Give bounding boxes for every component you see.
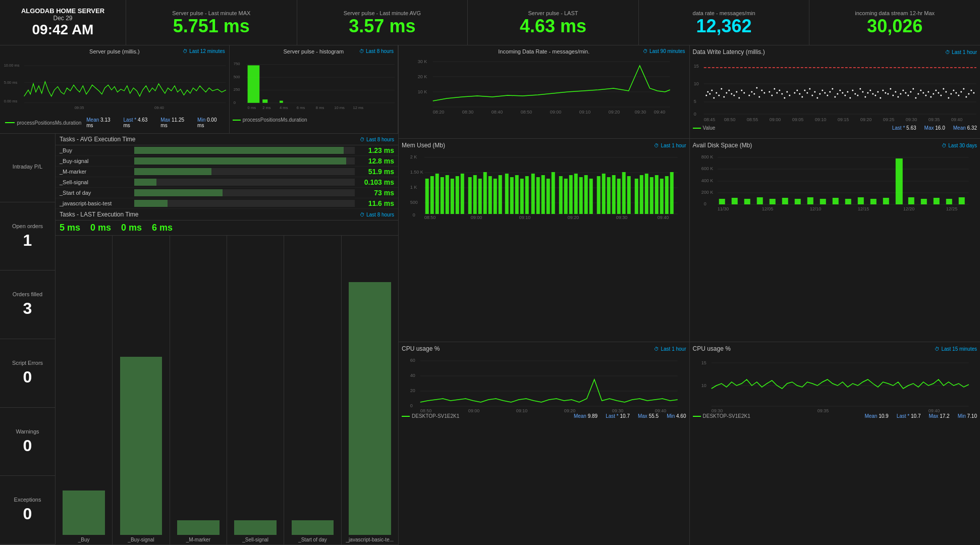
svg-point-117 <box>849 97 851 99</box>
task-bar-container <box>134 147 355 154</box>
svg-text:10: 10 <box>701 383 706 388</box>
task-name: _javascript-basic-test <box>60 200 130 206</box>
task-bar-chart-item: _Buy-signal <box>113 236 170 544</box>
task-bar <box>134 189 223 196</box>
svg-text:20 K: 20 K <box>418 74 427 79</box>
server-date: Dec 29 <box>53 15 72 22</box>
svg-rect-200 <box>515 175 519 214</box>
svg-point-79 <box>748 95 750 96</box>
svg-point-76 <box>738 97 740 99</box>
svg-rect-264 <box>769 199 775 204</box>
svg-point-78 <box>743 92 745 94</box>
svg-rect-276 <box>920 199 927 204</box>
svg-rect-205 <box>541 175 545 214</box>
task-bar-vert <box>234 520 276 535</box>
svg-point-121 <box>859 88 861 90</box>
svg-rect-195 <box>488 176 492 214</box>
svg-point-141 <box>910 91 911 93</box>
last-val-1: 5 ms <box>60 223 80 233</box>
task-bar-container <box>134 179 355 186</box>
svg-point-107 <box>824 92 826 94</box>
svg-rect-219 <box>617 179 621 214</box>
svg-text:09:00: 09:00 <box>769 117 781 122</box>
svg-point-70 <box>723 96 725 98</box>
task-value: 0.103 ms <box>359 178 394 186</box>
svg-point-116 <box>847 91 848 93</box>
svg-rect-203 <box>531 174 535 214</box>
svg-point-98 <box>801 96 803 98</box>
svg-text:0: 0 <box>410 403 413 408</box>
cpu-r-last: Last * 10.7 <box>897 413 921 419</box>
svg-rect-268 <box>820 199 826 204</box>
task-name: _Sell-signal <box>60 179 130 185</box>
left-panel: Server pulse (millis.) ⏱ Last 12 minutes… <box>0 45 399 545</box>
task-bar <box>134 168 211 175</box>
pulse-avg-label: Server pulse - Last minute AVG <box>344 10 421 16</box>
svg-point-156 <box>948 97 949 99</box>
svg-rect-273 <box>883 198 889 204</box>
svg-point-63 <box>707 91 709 93</box>
histogram-chart: 750 500 250 0 0 ms 2 ms 4 ms 6 ms 8 ms 1… <box>233 56 395 116</box>
svg-point-164 <box>968 93 969 95</box>
svg-text:09:10: 09:10 <box>814 117 826 122</box>
last-stat-l: Last * 5.63 <box>892 125 916 131</box>
svg-rect-189 <box>456 176 459 214</box>
svg-point-95 <box>794 92 795 94</box>
task-bar-charts-row: _Buy _Buy-signal _M-marker _Sell-signal … <box>56 235 398 544</box>
svg-point-81 <box>753 93 755 95</box>
chart-row-top: Server pulse (millis.) ⏱ Last 12 minutes… <box>0 45 398 134</box>
svg-point-154 <box>943 88 944 90</box>
svg-text:400 K: 400 K <box>701 178 713 183</box>
svg-text:09:35: 09:35 <box>817 408 829 412</box>
svg-text:2 ms: 2 ms <box>262 105 271 110</box>
task-bar-container <box>134 157 355 165</box>
cpu-left-stats: Mean 9.89 Last * 10.7 Max 55.5 Min 4.60 <box>574 413 686 419</box>
svg-text:2 K: 2 K <box>410 154 417 159</box>
svg-point-109 <box>829 91 831 93</box>
svg-point-69 <box>721 88 722 90</box>
svg-text:250: 250 <box>233 87 240 92</box>
tasks-panel: Tasks - AVG Execution Time ⏱ Last 8 hour… <box>56 134 398 544</box>
task-row: _javascript-basic-test 11.6 ms <box>56 198 398 209</box>
svg-point-102 <box>811 95 813 96</box>
incoming-data-chart: 30 K 20 K 10 K 08:20 08:30 08:40 08:50 0… <box>402 56 686 116</box>
svg-point-114 <box>842 92 843 94</box>
svg-rect-208 <box>559 176 563 214</box>
svg-text:40: 40 <box>410 373 415 378</box>
mem-chart: 2 K 1.50 K 1 K 500 0 08:50 09:00 09:10 <box>402 151 686 219</box>
exceptions-label: Exceptions <box>14 497 41 503</box>
task-bar-vert-container <box>229 238 282 535</box>
svg-rect-278 <box>946 199 952 204</box>
task-bar-container <box>134 189 355 196</box>
svg-text:09:25: 09:25 <box>883 117 894 122</box>
svg-rect-220 <box>622 172 626 214</box>
svg-point-123 <box>864 96 866 98</box>
server-pulse-stats: processPositionsMs.duration Mean 3.13 ms… <box>3 117 226 128</box>
task-row: _M-marker 51.9 ms <box>56 167 398 177</box>
svg-point-108 <box>827 95 828 96</box>
svg-point-62 <box>705 95 707 96</box>
svg-text:09:40: 09:40 <box>928 408 940 412</box>
svg-text:09:15: 09:15 <box>837 117 849 122</box>
tasks-avg-badge: ⏱ Last 8 hours <box>360 137 394 142</box>
server-pulse-chart: 10.00 ms 5.00 ms 0.00 ms 09:35 09:40 <box>3 56 226 116</box>
svg-text:12/20: 12/20 <box>903 206 914 211</box>
svg-text:09:40: 09:40 <box>658 215 669 219</box>
svg-point-124 <box>867 92 868 94</box>
svg-text:08:50: 08:50 <box>420 408 432 412</box>
clock-icon: ⏱ <box>183 48 188 54</box>
tasks-last-title: Tasks - LAST Execution Time <box>60 211 139 218</box>
latency-panel: Data Write Latency (millis.) ⏱ Last 1 ho… <box>690 45 981 139</box>
cpu-right-chart: 15 10 09:30 09:35 09:40 <box>693 354 977 412</box>
task-bar-container <box>134 200 355 207</box>
svg-point-80 <box>751 91 752 93</box>
svg-rect-277 <box>933 198 939 204</box>
svg-point-101 <box>809 88 810 90</box>
svg-rect-23 <box>247 65 259 102</box>
svg-text:09:40: 09:40 <box>154 105 164 110</box>
svg-text:0: 0 <box>703 201 706 206</box>
svg-point-118 <box>852 90 853 91</box>
svg-rect-207 <box>552 172 555 214</box>
svg-point-87 <box>771 95 773 96</box>
svg-point-75 <box>736 91 737 93</box>
